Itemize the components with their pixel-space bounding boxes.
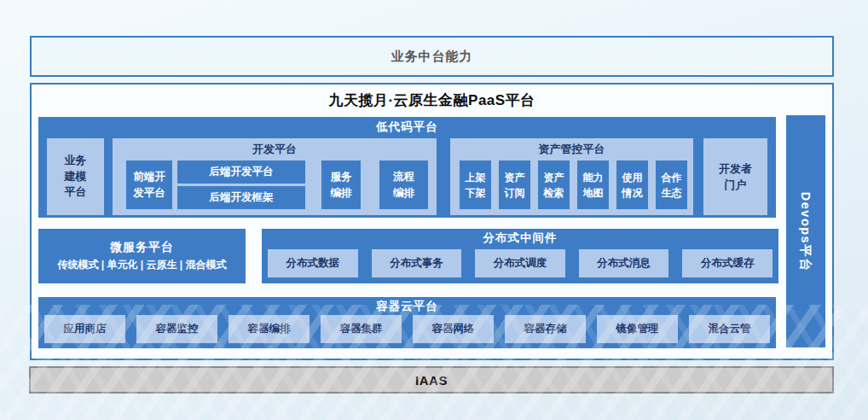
- middleware-items-row: 分布式数据 分布式事务 分布式调度 分布式消息 分布式缓存: [268, 249, 773, 277]
- container-cloud-section: 容器云平台 应用商店 容器监控 容器编排 容器集群 容器网络 容器存储 镜像管理…: [38, 297, 776, 348]
- iaas-bar: IAAS: [29, 366, 834, 394]
- devops-platform-label: Devops平台: [798, 191, 814, 271]
- paas-platform-title: 九天揽月·云原生金融PaaS平台: [32, 90, 832, 110]
- asset-control-platform-title: 资产管控平台: [450, 138, 693, 157]
- asset-item-subscribe: 资产 订阅: [499, 160, 530, 209]
- asset-item-usage: 使用 情况: [616, 160, 648, 209]
- business-midplatform-label: 业务中台能力: [391, 49, 473, 65]
- backend-dev-framework-box: 后端开发框架: [177, 186, 305, 209]
- cc-item-app-store: 应用商店: [44, 315, 125, 343]
- cc-item-monitoring: 容器监控: [136, 315, 217, 343]
- lowcode-platform-title: 低代码平台: [38, 117, 776, 135]
- cc-item-image-mgmt: 镜像管理: [597, 315, 678, 343]
- backend-dev-platform-box: 后端开发平台: [177, 160, 305, 184]
- asset-item-capability-map: 能力 地图: [577, 160, 609, 209]
- dev-platform-container: 开发平台 前端开 发平台 后端开发平台 后端开发框架 服务 编排 流程 编排: [113, 138, 437, 215]
- cc-item-hybrid-cloud: 混合云管: [689, 315, 770, 343]
- container-cloud-title: 容器云平台: [38, 297, 776, 314]
- developer-portal-box: 开发者 门户: [703, 138, 767, 215]
- middleware-item-scheduling: 分布式调度: [475, 249, 565, 277]
- asset-item-ecosystem: 合作 生态: [656, 160, 687, 209]
- frontend-dev-platform-box: 前端开 发平台: [126, 160, 172, 209]
- microservice-platform-section: 微服务平台 传统模式 | 单元化 | 云原生 | 混合模式: [38, 229, 246, 283]
- middleware-item-transaction: 分布式事务: [372, 249, 462, 277]
- cc-item-network: 容器网络: [413, 315, 494, 343]
- devops-platform-bar: Devops平台: [786, 115, 825, 347]
- paas-platform-panel: 九天揽月·云原生金融PaaS平台 低代码平台 业务 建模 平台 开发平台 前端开…: [30, 83, 834, 360]
- distributed-middleware-title: 分布式中间件: [262, 229, 778, 246]
- service-orchestration-box: 服务 编排: [321, 160, 361, 209]
- middleware-item-cache: 分布式缓存: [682, 249, 773, 277]
- asset-items-row: 上架 下架 资产 订阅 资产 检索 能力 地图 使用 情况 合作 生态: [460, 160, 687, 209]
- asset-item-shelf: 上架 下架: [460, 160, 491, 209]
- microservice-platform-modes: 传统模式 | 单元化 | 云原生 | 混合模式: [57, 258, 226, 272]
- lowcode-platform-section: 低代码平台 业务 建模 平台 开发平台 前端开 发平台 后端开发平台 后端开发框…: [38, 117, 776, 218]
- iaas-label: IAAS: [415, 373, 448, 388]
- asset-control-platform-container: 资产管控平台 上架 下架 资产 订阅 资产 检索 能力 地图 使用 情况 合作 …: [450, 138, 693, 215]
- distributed-middleware-section: 分布式中间件 分布式数据 分布式事务 分布式调度 分布式消息 分布式缓存: [262, 229, 778, 283]
- business-midplatform-banner: 业务中台能力: [30, 36, 834, 77]
- backend-stack: 后端开发平台 后端开发框架: [177, 160, 305, 209]
- middleware-item-message: 分布式消息: [579, 249, 669, 277]
- dev-platform-title: 开发平台: [113, 138, 437, 157]
- cc-item-orchestration: 容器编排: [229, 315, 310, 343]
- asset-item-search: 资产 检索: [538, 160, 570, 209]
- middleware-item-data: 分布式数据: [268, 249, 358, 277]
- microservice-platform-title: 微服务平台: [110, 240, 174, 255]
- cc-item-storage: 容器存储: [505, 315, 586, 343]
- cc-item-cluster: 容器集群: [321, 315, 402, 343]
- process-orchestration-box: 流程 编排: [379, 160, 428, 209]
- container-cloud-items-row: 应用商店 容器监控 容器编排 容器集群 容器网络 容器存储 镜像管理 混合云管: [44, 315, 770, 343]
- business-modeling-platform-box: 业务 建模 平台: [47, 138, 104, 215]
